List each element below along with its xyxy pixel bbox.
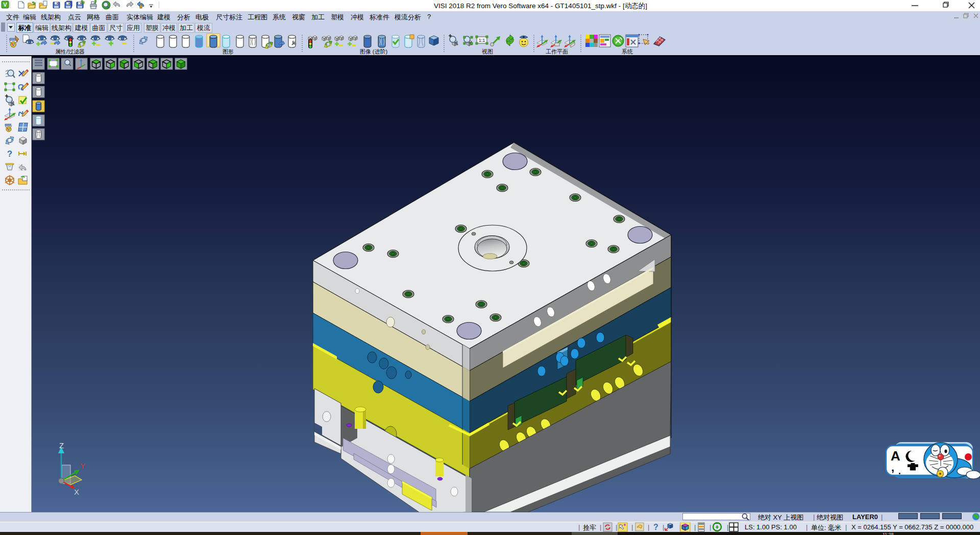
svg-text:系统: 系统 [622, 48, 633, 55]
svg-text:工作平面: 工作平面 [546, 48, 568, 55]
svg-text:图形: 图形 [223, 48, 234, 55]
svg-text:Z: Z [59, 441, 64, 450]
svg-text:V: V [3, 2, 7, 8]
svg-text:视图: 视图 [482, 48, 493, 55]
svg-text:属性/过滤器: 属性/过滤器 [55, 48, 85, 55]
svg-text:.: . [898, 466, 901, 476]
svg-text:,: , [891, 461, 894, 474]
svg-text:图像 (进阶): 图像 (进阶) [360, 48, 387, 55]
svg-text:VISI 2018 R2 from Vero Softwar: VISI 2018 R2 from Vero Software x64 - GT… [434, 2, 647, 10]
svg-text:X: X [74, 488, 79, 496]
svg-text:Y: Y [80, 461, 85, 470]
svg-text:1:1: 1:1 [479, 38, 485, 43]
svg-text:?: ? [7, 149, 12, 159]
svg-text:?: ? [653, 523, 658, 531]
